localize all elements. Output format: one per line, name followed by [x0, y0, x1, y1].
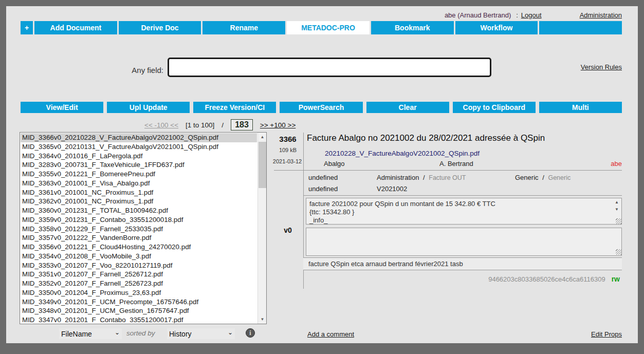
- meta-type: Generic: [515, 174, 539, 181]
- list-item[interactable]: MID_3348v0_201201_F_UCM_Gestion_16757647…: [21, 306, 257, 315]
- meta-separator: /: [542, 174, 544, 181]
- list-item[interactable]: MID_3353v0_201207_F_Voo_822010127119.pdf: [21, 261, 257, 270]
- keywords-text: facture QSpin etca arnaud bertrand févri…: [308, 260, 463, 268]
- meta-label-1: undefined: [308, 174, 338, 181]
- sort-order-select[interactable]: History: [167, 328, 235, 339]
- upl-update-button[interactable]: Upl Update: [107, 102, 190, 113]
- meta-row-category: undefined Administration / Facture OUT G…: [308, 174, 622, 181]
- tab-derive-doc[interactable]: Derive Doc: [119, 21, 201, 34]
- doc-id: 3366: [272, 135, 303, 143]
- view-edit-button[interactable]: View/Edit: [21, 102, 103, 113]
- list-item[interactable]: MID_3351v0_201207_F_Farnell_2526712.pdf: [21, 270, 257, 279]
- list-item[interactable]: MID_3360v0_201231_F_TOTAL_B1009462.pdf: [21, 206, 257, 215]
- list-item[interactable]: MID_3358v0_201229_F_Farnell_2533035.pdf: [21, 225, 257, 234]
- meta-category: Administration: [377, 174, 419, 181]
- list-item[interactable]: MID_3364v0_201016_F_LaPergola.pdf: [21, 152, 257, 161]
- scroll-up-icon[interactable]: ▲: [258, 133, 267, 141]
- list-item[interactable]: MID_3352v0_201207_F_Farnell_2526723.pdf: [21, 279, 257, 288]
- tab-bookmark[interactable]: Bookmark: [371, 21, 454, 34]
- multi-button[interactable]: Multi: [539, 102, 622, 113]
- list-item[interactable]: MID_3350v0_201204_F_Proximus_23,63.pdf: [21, 288, 257, 297]
- list-item[interactable]: MID_3366v0_20210228_V_FactureAbalgoV2021…: [21, 133, 257, 142]
- tab-add-document[interactable]: Add Document: [34, 21, 117, 34]
- list-item[interactable]: MID_3365v0_20210131_V_FactureAbalgoV2021…: [21, 142, 257, 152]
- list-item[interactable]: MID_3349v0_201201_F_UCM_Precompte_167576…: [21, 297, 257, 307]
- scroll-down-icon[interactable]: ▼: [258, 315, 267, 324]
- doc-size: 109 kB: [272, 147, 303, 153]
- doc-date: 2021-03-12: [269, 158, 305, 164]
- freeze-version-button[interactable]: Freeze Version/CI: [193, 102, 276, 113]
- info-icon[interactable]: i: [246, 328, 255, 338]
- tab-rename[interactable]: Rename: [203, 21, 285, 34]
- meta-row-reference: undefined V2021002: [308, 185, 622, 193]
- meta-subcategory: Facture OUT: [429, 174, 466, 181]
- list-item[interactable]: MID_3359v0_201231_F_Contabo_33551200018.…: [21, 215, 257, 225]
- list-item[interactable]: MID_3361v0_201001_NC_Proximus_1.pdf: [21, 188, 257, 197]
- tab-metadoc-pro[interactable]: METADOC-PRO: [287, 21, 370, 34]
- any-field-input[interactable]: [168, 58, 491, 77]
- list-item[interactable]: MID_3354v0_201208_F_VooMobile_3.pdf: [21, 252, 257, 261]
- list-item[interactable]: MID_3363v0_201001_F_Visa_Abalgo.pdf: [21, 179, 257, 188]
- meta-label-2: undefined: [308, 185, 338, 193]
- page-separator: /: [222, 121, 224, 129]
- user-separator: :: [516, 11, 518, 19]
- list-item[interactable]: MID_3347v0_201201_F_Contabo_33551200017.…: [21, 315, 257, 323]
- tab-empty[interactable]: [539, 21, 622, 34]
- notes-textarea[interactable]: [306, 228, 622, 256]
- add-comment-link[interactable]: Add a comment: [307, 330, 354, 338]
- meta-reference: V2021002: [377, 185, 407, 193]
- resize-grip-icon[interactable]: [616, 218, 621, 224]
- meta-separator: /: [423, 174, 425, 181]
- any-field-label: Any field:: [63, 61, 163, 80]
- permission-flag: rw: [612, 275, 620, 283]
- list-item[interactable]: MID_3357v0_201222_F_VandenBorre.pdf: [21, 233, 257, 243]
- list-item[interactable]: MID_3362v0_201001_NC_Proximus_1.pdf: [21, 197, 257, 206]
- total-count-box: 183: [231, 119, 253, 131]
- tab-workflow[interactable]: Workflow: [455, 21, 538, 34]
- user-bar: abe (Arnaud Bertrand) : Logout Administr…: [445, 11, 622, 19]
- textarea-scroll-up-icon[interactable]: ▲: [615, 200, 619, 204]
- logout-link[interactable]: Logout: [521, 11, 542, 19]
- keywords-row: facture QSpin etca arnaud bertrand févri…: [303, 257, 622, 270]
- sort-select-wrap: History ⌄: [167, 328, 235, 339]
- list-item[interactable]: MID_3355v0_201221_F_BomereePneu.pdf: [21, 170, 257, 179]
- toolbar: View/Edit Upl Update Freeze Version/CI P…: [21, 102, 622, 113]
- next-page-link[interactable]: >> +100 >>: [260, 121, 296, 129]
- tab-bar: + Add Document Derive Doc Rename METADOC…: [21, 21, 622, 34]
- clear-button[interactable]: Clear: [366, 102, 449, 113]
- display-mode-select[interactable]: FileName: [59, 328, 122, 339]
- meta-subtype: Generic: [548, 174, 571, 181]
- filename-select-wrap: FileName ⌄: [59, 328, 122, 339]
- page-range-label: [1 to 100]: [186, 121, 214, 129]
- edit-props-link[interactable]: Edit Props: [591, 330, 622, 338]
- meta-rule: [303, 195, 622, 196]
- description-textarea[interactable]: facture 2021002 pour QSpin d un montant …: [306, 198, 622, 225]
- app-content: abe (Arnaud Bertrand) : Logout Administr…: [6, 6, 638, 343]
- resize-grip-icon[interactable]: [616, 249, 621, 255]
- copy-to-clipboard-button[interactable]: Copy to Clipboard: [453, 102, 536, 113]
- doc-company: Abalgo: [324, 160, 344, 167]
- prev-page-link[interactable]: << -100 <<: [144, 121, 178, 129]
- powersearch-button[interactable]: PowerSearch: [280, 102, 362, 113]
- list-item[interactable]: MID_3356v0_201221_F_Cloud4Hosting_242700…: [21, 243, 257, 252]
- hash-row: 9466203c8033685026ce4c6ca6116309 rw: [303, 273, 622, 285]
- file-listbox: MID_3366v0_20210228_V_FactureAbalgoV2021…: [20, 132, 267, 324]
- app-window: abe (Arnaud Bertrand) : Logout Administr…: [0, 0, 644, 354]
- administration-link[interactable]: Administration: [580, 11, 622, 19]
- doc-owner-badge: abe: [611, 160, 622, 167]
- version-rules-link[interactable]: Version Rules: [581, 63, 622, 71]
- doc-author: A. Bertrand: [439, 160, 473, 167]
- current-user-label: abe (Arnaud Bertrand): [445, 11, 511, 19]
- sorted-by-label: sorted by: [126, 329, 155, 337]
- list-scrollbar[interactable]: ▲ ▼: [257, 133, 266, 324]
- doc-filename-link[interactable]: 20210228_V_FactureAbalgoV2021002_QSpin.p…: [325, 150, 480, 157]
- scrollbar-thumb[interactable]: [259, 142, 266, 188]
- pagination: << -100 << [1 to 100] / 183 >> +100 >>: [144, 119, 296, 131]
- textarea-scroll-down-icon[interactable]: ▼: [615, 208, 619, 212]
- doc-title: Facture Abalgo no 2021002 du 28/02/2021 …: [307, 133, 622, 143]
- file-list: MID_3366v0_20210228_V_FactureAbalgoV2021…: [21, 133, 257, 323]
- doc-hash: 9466203c8033685026ce4c6ca6116309: [488, 275, 605, 283]
- tab-add-plus[interactable]: +: [21, 21, 33, 34]
- list-item[interactable]: MID_3283v0_200731_F_TaxeVehicule_1FFD637…: [21, 160, 257, 170]
- header-rule: [274, 170, 622, 171]
